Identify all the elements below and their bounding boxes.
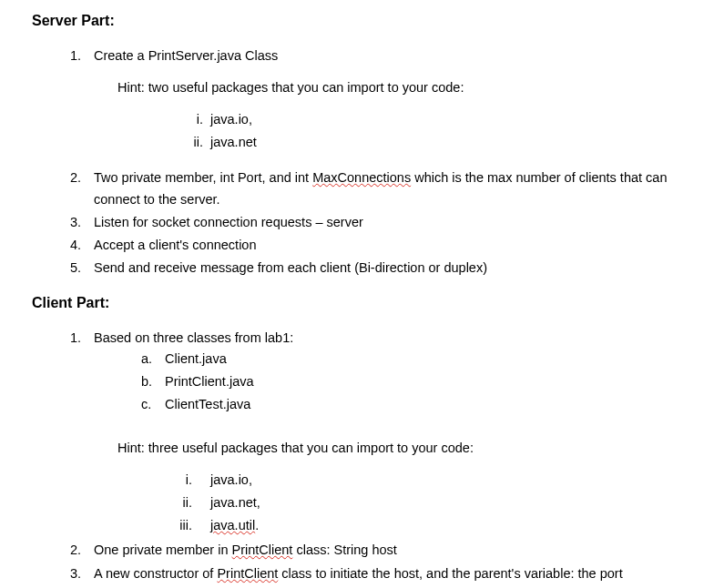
roman-marker: ii. [185,132,210,153]
client-list: 1. Based on three classes from lab1: a. … [70,328,682,588]
roman-list: i. java.io, ii. java.net, iii. java.util… [176,470,682,537]
roman-marker: i. [176,470,203,491]
roman-text: java.io, [203,470,252,491]
roman-text: java.net, [203,492,260,513]
list-text: One private member in PrintClient class:… [94,540,682,561]
server-item-2: 2. Two private member, int Port, and int… [70,167,682,209]
list-text: Send and receive message from each clien… [94,258,682,279]
roman-text: java.util. [203,515,259,536]
client-item-1: 1. Based on three classes from lab1: a. … [70,328,682,539]
num-marker: 4. [70,235,94,256]
alpha-item: a. Client.java [141,349,682,370]
list-text: Listen for socket connection requests – … [94,212,682,233]
roman-item: ii. java.net, [176,492,682,513]
list-text: Based on three classes from lab1: [94,328,682,349]
server-item-4: 4. Accept a client's connection [70,235,682,256]
list-text: Create a PrintServer.java Class [94,46,682,66]
spellcheck-error: java.util [210,518,255,532]
client-part-heading: Client Part: [32,291,682,315]
alpha-marker: c. [141,394,165,415]
num-marker: 3. [70,212,94,233]
server-part-heading: Server Part: [32,9,682,33]
roman-marker: ii. [176,492,203,513]
hint-text: Hint: three useful packages that you can… [117,438,682,459]
alpha-text: ClientTest.java [165,394,250,415]
roman-item: i. java.io, [185,109,682,130]
alpha-item: b. PrintClient.java [141,371,682,392]
server-list: 1. Create a PrintServer.java Class Hint:… [70,46,682,279]
num-marker: 3. [70,563,94,584]
client-item-3: 3. A new constructor of PrintClient clas… [70,563,682,584]
num-marker: 1. [70,46,94,156]
roman-text: java.io, [210,109,252,130]
spellcheck-error: PrintClient [232,542,293,557]
client-item-2: 2. One private member in PrintClient cla… [70,540,682,561]
hint-text: Hint: two useful packages that you can i… [117,77,682,98]
alpha-list: a. Client.java b. PrintClient.java c. Cl… [141,349,682,416]
num-marker: 5. [70,258,94,279]
spellcheck-error: PrintClient [217,566,278,581]
num-marker: 2. [70,167,94,209]
alpha-text: Client.java [165,349,227,370]
roman-list: i. java.io, ii. java.net [185,109,682,153]
alpha-text: PrintClient.java [165,371,254,392]
roman-item: ii. java.net [185,132,682,153]
alpha-marker: a. [141,349,165,370]
roman-item: i. java.io, [176,470,682,491]
roman-marker: iii. [176,515,203,536]
server-item-5: 5. Send and receive message from each cl… [70,258,682,279]
num-marker: 2. [70,540,94,561]
roman-item: iii. java.util. [176,515,682,536]
server-item-3: 3. Listen for socket connection requests… [70,212,682,233]
alpha-marker: b. [141,371,165,392]
roman-marker: i. [185,109,210,130]
roman-text: java.net [210,132,257,153]
spellcheck-error: MaxConnections [312,170,411,185]
server-item-1: 1. Create a PrintServer.java Class Hint:… [70,46,682,156]
alpha-item: c. ClientTest.java [141,394,682,415]
num-marker: 1. [70,328,94,539]
list-text: Accept a client's connection [94,235,682,256]
list-text: A new constructor of PrintClient class t… [94,563,682,584]
list-text: Two private member, int Port, and int Ma… [94,167,682,209]
